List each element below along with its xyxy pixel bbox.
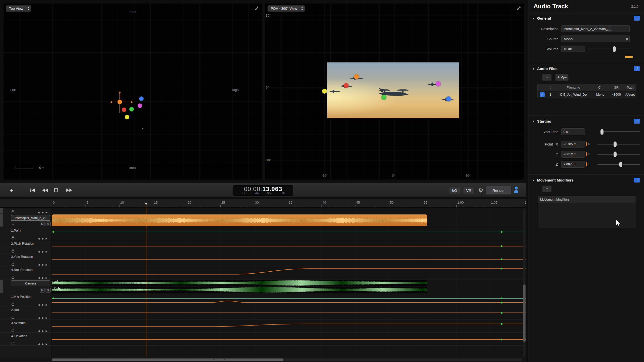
rewind-button[interactable]	[42, 188, 48, 193]
add-keyframe-button[interactable]: ◆	[42, 263, 44, 266]
slider-thumb[interactable]	[614, 141, 617, 147]
scrollbar-thumb[interactable]	[523, 284, 526, 342]
stop-button[interactable]	[54, 188, 58, 193]
info-button[interactable]: i	[634, 66, 640, 71]
particle-dot[interactable]	[381, 95, 386, 100]
next-keyframe-button[interactable]: ▶	[46, 211, 48, 214]
add-keyframe-button[interactable]: ◆	[42, 330, 44, 332]
add-keyframe-button[interactable]: ◆	[42, 237, 44, 240]
add-keyframe-button[interactable]: ◆	[42, 303, 44, 306]
add-keyframe-button[interactable]: ◆	[42, 316, 44, 319]
point-z-field[interactable]	[561, 161, 585, 168]
track-header-3-azimuth[interactable]: 3.Azimuth◀◆▶	[0, 319, 52, 332]
particle-dot[interactable]	[117, 100, 122, 104]
prev-keyframe-button[interactable]: ◀	[38, 303, 40, 306]
listener-avatar-icon[interactable]	[514, 187, 518, 194]
point-x-field[interactable]	[561, 141, 585, 148]
keyframe-dot[interactable]	[501, 298, 502, 299]
next-keyframe-button[interactable]: ▶	[46, 276, 48, 279]
top-view-viewport[interactable]: Top View Front Left Right Back 5 m	[3, 3, 262, 179]
track-header-4-elevation[interactable]: 4.Elevation◀◆▶	[0, 333, 52, 345]
zoom-out-icon[interactable]: −	[213, 358, 215, 361]
lock-icon[interactable]	[12, 211, 14, 213]
next-keyframe-button[interactable]: ▶	[46, 250, 48, 253]
source-dropdown[interactable]: Mono	[561, 35, 630, 42]
table-row[interactable]: ✓ 1 C-5_Jet_Wind_Do Mono 48000 /Users	[538, 91, 636, 98]
add-keyframe-button[interactable]: ◆	[42, 343, 44, 345]
particle-dot[interactable]	[344, 83, 349, 88]
track-header-interceptor-mark-2-v2[interactable]: Interceptor_Mark_2_V2+MS	[0, 214, 52, 227]
timecode-display[interactable]: 00:00:13.963 Hr Min Sec Ms	[233, 185, 293, 196]
keyframe-dot[interactable]	[52, 298, 54, 299]
lock-icon[interactable]	[12, 277, 14, 279]
render-button[interactable]: Render	[486, 186, 512, 195]
lock-icon[interactable]	[12, 250, 14, 252]
volume-slider[interactable]	[588, 49, 632, 49]
track-header-2-pitch-rotation[interactable]: 2.Pitch Rotation◀◆▶	[0, 240, 52, 253]
particle-dot[interactable]	[138, 103, 142, 108]
track-select-tab[interactable]	[0, 280, 3, 293]
add-button[interactable]: +	[523, 351, 525, 356]
keyframe-dot[interactable]	[52, 231, 54, 233]
next-keyframe-button[interactable]: ▶	[46, 237, 48, 240]
lock-icon[interactable]	[12, 330, 14, 332]
disclosure-triangle-icon[interactable]: ▼	[532, 179, 535, 182]
prev-keyframe-button[interactable]: ◀	[38, 263, 40, 266]
particle-dot[interactable]	[122, 107, 126, 112]
prev-keyframe-button[interactable]: ◀	[38, 237, 40, 240]
keyframe-dot[interactable]	[501, 268, 502, 270]
vr-button[interactable]: VR	[463, 186, 474, 194]
keyframe-dot[interactable]	[501, 312, 502, 314]
io-button[interactable]: I/O	[449, 186, 460, 194]
fast-forward-button[interactable]	[66, 188, 72, 193]
volume-field[interactable]	[561, 46, 585, 52]
disclosure-triangle-icon[interactable]: ▼	[532, 120, 535, 123]
info-button[interactable]: i	[634, 16, 640, 21]
horizontal-scrollbar[interactable]: − +	[52, 358, 522, 361]
expand-view-icon[interactable]	[516, 5, 522, 11]
point-x-slider[interactable]	[597, 144, 640, 144]
skip-to-start-button[interactable]	[30, 188, 36, 193]
file-enabled-checkbox[interactable]: ✓	[540, 92, 545, 97]
prev-keyframe-button[interactable]: ◀	[38, 211, 40, 214]
keyframe-dot[interactable]	[501, 339, 502, 341]
particle-dot[interactable]	[436, 81, 441, 86]
next-keyframe-button[interactable]: ▶	[46, 343, 48, 345]
time-ruler[interactable]: 05101520253035404550551:001:051:10	[0, 199, 526, 208]
add-audio-file-button[interactable]: +	[542, 74, 552, 81]
next-keyframe-button[interactable]: ▶	[46, 316, 48, 319]
track-header-partial[interactable]: ◀◆▶	[0, 208, 52, 214]
add-track-button[interactable]: +	[10, 186, 13, 194]
value-stepper-icon[interactable]	[588, 153, 590, 156]
add-automation-button[interactable]: +	[12, 223, 14, 226]
track-header-2-roll[interactable]: 2.Roll◀◆▶	[0, 306, 52, 319]
next-keyframe-button[interactable]: ▶	[46, 330, 48, 332]
keyframe-dot[interactable]	[501, 245, 502, 247]
next-keyframe-button[interactable]: ▶	[46, 263, 48, 266]
add-keyframe-button[interactable]: ◆	[42, 276, 44, 279]
particle-dot-small[interactable]	[142, 128, 143, 129]
vertical-scrollbar[interactable]	[523, 208, 526, 356]
audio-clip[interactable]	[52, 214, 427, 226]
expand-view-icon[interactable]	[254, 5, 260, 11]
mute-button[interactable]: M	[40, 288, 45, 293]
pov-viewport[interactable]: POV - 360° View 30° 0° -30° -30° 0° 30°	[265, 3, 524, 179]
playhead[interactable]	[146, 204, 146, 356]
scrollbar-thumb[interactable]: − +	[52, 358, 284, 361]
track-header-1-point[interactable]: 1.Point◀◆▶	[0, 227, 52, 240]
prev-keyframe-button[interactable]: ◀	[38, 343, 40, 345]
prev-keyframe-button[interactable]: ◀	[38, 330, 40, 332]
info-button[interactable]: i	[634, 119, 640, 124]
keyframe-dot[interactable]	[501, 231, 502, 233]
lock-icon[interactable]	[12, 343, 14, 345]
particle-dot[interactable]	[322, 89, 327, 94]
slider-thumb[interactable]	[600, 129, 603, 135]
mute-button[interactable]: M	[40, 222, 45, 226]
slider-thumb[interactable]	[619, 162, 622, 167]
view-mode-select[interactable]: Top View	[6, 5, 31, 12]
camera-waveform-block[interactable]: LeftRight	[52, 280, 427, 293]
solo-button[interactable]: S	[46, 222, 51, 226]
next-keyframe-button[interactable]: ▶	[46, 303, 48, 306]
prev-keyframe-button[interactable]: ◀	[38, 250, 40, 253]
add-keyframe-button[interactable]: ◆	[42, 250, 44, 253]
